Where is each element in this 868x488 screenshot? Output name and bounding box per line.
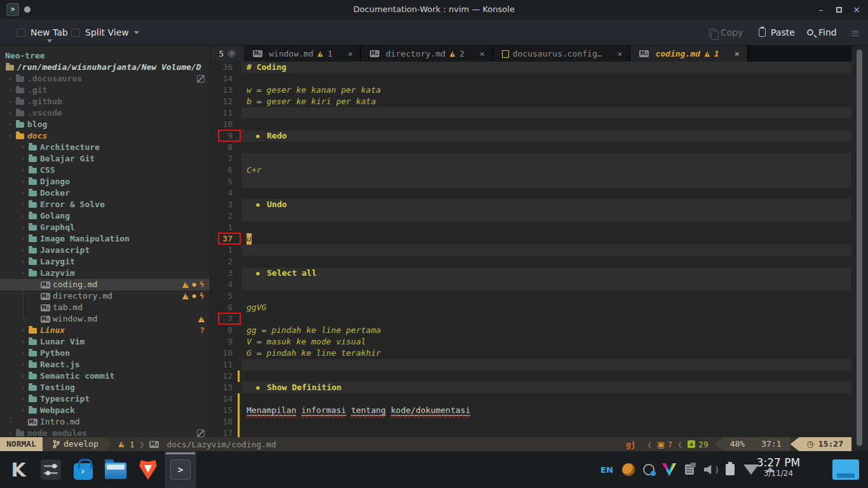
- keyboard-layout-indicator[interactable]: EN: [597, 451, 616, 488]
- tree-folder-Image Manipulation[interactable]: ›Image Manipulation: [0, 233, 210, 245]
- scroll-left-icon[interactable]: ‹: [227, 50, 236, 58]
- editor-line[interactable]: 5: [211, 176, 851, 187]
- tree-folder-.git[interactable]: ›.git: [0, 85, 210, 96]
- maximize-button[interactable]: [830, 0, 848, 19]
- chevron-right-icon[interactable]: ›: [18, 245, 28, 256]
- brave-button[interactable]: [132, 451, 164, 488]
- chevron-right-icon[interactable]: ›: [18, 142, 28, 153]
- editor-line[interactable]: 37u: [211, 233, 851, 245]
- editor-line[interactable]: 2: [211, 256, 851, 268]
- neo-tree-root[interactable]: /run/media/wisnuharjanta/New Volume/D: [0, 62, 210, 73]
- tree-folder-Lazygit[interactable]: ›Lazygit: [0, 256, 210, 268]
- kde-launcher-button[interactable]: K: [3, 451, 34, 488]
- tree-folder-Typescript[interactable]: ›Typescript: [0, 393, 210, 405]
- paste-button[interactable]: Paste: [759, 19, 795, 46]
- editor-line[interactable]: 1: [211, 222, 851, 233]
- close-icon[interactable]: ×: [480, 49, 485, 58]
- editor-line[interactable]: 17: [211, 428, 851, 437]
- tree-file-coding.md[interactable]: M↓coding.md●ϟ: [0, 279, 210, 290]
- tree-folder-Docker[interactable]: ›Docker: [0, 187, 210, 199]
- chevron-down-icon[interactable]: ›: [17, 268, 29, 278]
- tree-folder-.vscode[interactable]: ›.vscode: [0, 107, 210, 119]
- editor-line[interactable]: 13w = geser ke kanan per kata: [211, 85, 851, 96]
- chevron-right-icon[interactable]: ›: [18, 176, 28, 187]
- discover-button[interactable]: [67, 451, 99, 488]
- tree-folder-Django[interactable]: ›Django: [0, 176, 210, 187]
- editor-line[interactable]: 14: [211, 393, 851, 405]
- chevron-right-icon[interactable]: ›: [5, 96, 15, 107]
- clock-widget[interactable]: 3:27 PM 3/11/24: [743, 456, 813, 478]
- tree-folder-.github[interactable]: ›.github: [0, 96, 210, 107]
- chevron-right-icon[interactable]: ›: [18, 210, 28, 222]
- editor-line[interactable]: 1: [211, 245, 851, 256]
- chevron-right-icon[interactable]: ›: [18, 382, 28, 393]
- editor-line[interactable]: 3●Undo: [211, 199, 851, 210]
- editor-line[interactable]: 7: [211, 313, 851, 325]
- buffer-tab[interactable]: M↓directory.md2×: [361, 46, 493, 62]
- close-icon[interactable]: ×: [618, 49, 623, 58]
- chevron-right-icon[interactable]: ›: [18, 325, 28, 336]
- chevron-right-icon[interactable]: ›: [18, 199, 28, 210]
- editor-line[interactable]: 15Menampilan informasi tentang kode/doku…: [211, 405, 851, 416]
- tree-folder-Lazyvim[interactable]: ›Lazyvim: [0, 268, 210, 279]
- editor-line[interactable]: 12: [211, 370, 851, 382]
- tree-file-directory.md[interactable]: M↓directory.md●ϟ: [0, 290, 210, 302]
- chevron-right-icon[interactable]: ›: [18, 359, 28, 370]
- close-button[interactable]: ×: [848, 0, 865, 19]
- split-view-button[interactable]: Split View: [71, 19, 139, 46]
- chevron-right-icon[interactable]: ›: [18, 222, 28, 233]
- chevron-right-icon[interactable]: ›: [18, 233, 28, 245]
- volume-tray-icon[interactable]: ): [700, 451, 719, 488]
- buffer-tab[interactable]: docusaurus.config…×: [493, 46, 631, 62]
- editor-buffer[interactable]: 36# Coding1413w = geser ke kanan per kat…: [211, 62, 851, 437]
- tree-folder-Javascript[interactable]: ›Javascript: [0, 245, 210, 256]
- clipboard-tray-icon[interactable]: [680, 451, 699, 488]
- tree-folder-React.js[interactable]: ›React.js: [0, 359, 210, 370]
- editor-line[interactable]: 9V = masuk ke mode visual: [211, 336, 851, 348]
- editor-line[interactable]: 14: [211, 73, 851, 85]
- chevron-right-icon[interactable]: ›: [18, 336, 28, 348]
- tree-folder-docs[interactable]: ›docs: [0, 130, 210, 142]
- editor-line[interactable]: 16: [211, 416, 851, 428]
- desktop-pager[interactable]: [832, 459, 859, 480]
- editor-line[interactable]: 11: [211, 107, 851, 119]
- updates-tray-icon[interactable]: [639, 451, 658, 488]
- chevron-right-icon[interactable]: ›: [5, 107, 15, 119]
- tree-folder-Error & Solve[interactable]: ›Error & Solve: [0, 199, 210, 210]
- close-icon[interactable]: ×: [348, 49, 353, 58]
- chevron-right-icon[interactable]: ›: [5, 428, 15, 437]
- tree-folder-Lunar Vim[interactable]: ›Lunar Vim: [0, 336, 210, 348]
- tree-folder-.docusaurus[interactable]: ›.docusaurus: [0, 73, 210, 85]
- tree-folder-Webpack[interactable]: ›Webpack: [0, 405, 210, 416]
- konsole-task-button[interactable]: >: [165, 451, 196, 488]
- editor-line[interactable]: 5: [211, 290, 851, 302]
- chevron-down-icon[interactable]: ›: [4, 131, 16, 141]
- terminal-scrollbar-track[interactable]: [851, 46, 868, 451]
- tree-file-tab.md[interactable]: M↓tab.md: [0, 302, 210, 313]
- editor-line[interactable]: 7: [211, 153, 851, 165]
- tree-folder-blog[interactable]: ›blog: [0, 119, 210, 130]
- editor-line[interactable]: 36# Coding: [211, 62, 851, 73]
- editor-line[interactable]: 13●Show Definition: [211, 382, 851, 393]
- editor-line[interactable]: 6ggVG: [211, 302, 851, 313]
- editor-line[interactable]: 2: [211, 210, 851, 222]
- find-button[interactable]: Find: [807, 19, 837, 46]
- editor-line[interactable]: 10: [211, 119, 851, 130]
- dolphin-button[interactable]: [100, 451, 132, 488]
- chevron-right-icon[interactable]: ›: [18, 165, 28, 176]
- tree-folder-Testing[interactable]: ›Testing: [0, 382, 210, 393]
- tray-app-icon[interactable]: [619, 451, 638, 488]
- editor-line[interactable]: 10G = pindah ke line terakhir: [211, 348, 851, 359]
- tree-folder-Linux[interactable]: ›Linux?: [0, 325, 210, 336]
- chevron-right-icon[interactable]: ›: [5, 85, 15, 96]
- menu-button[interactable]: ≡: [850, 19, 859, 46]
- editor-line[interactable]: 6C+r: [211, 165, 851, 176]
- close-icon[interactable]: ×: [735, 49, 740, 58]
- tree-folder-Architecture[interactable]: ›Architecture: [0, 142, 210, 153]
- editor-line[interactable]: 8gg = pindah ke line pertama: [211, 325, 851, 336]
- buffer-tab[interactable]: M↓window.md1×: [244, 46, 361, 62]
- tree-folder-node_modules[interactable]: ›node_modules: [0, 428, 210, 437]
- editor-line[interactable]: 4: [211, 279, 851, 290]
- editor-line[interactable]: 11: [211, 359, 851, 370]
- tree-folder-Graphql[interactable]: ›Graphql: [0, 222, 210, 233]
